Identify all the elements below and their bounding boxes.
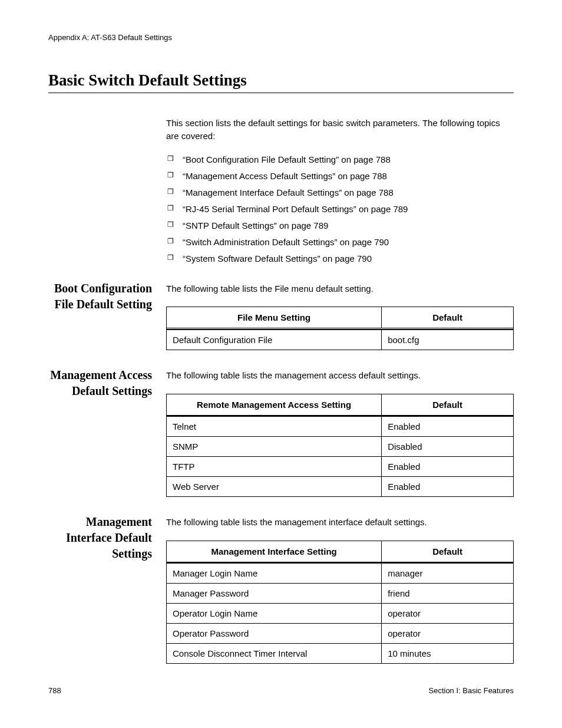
list-item: “Boot Configuration File Default Setting… <box>166 153 514 166</box>
table-row: SNMP Disabled <box>167 437 514 457</box>
section-intro: The following table lists the File menu … <box>166 282 514 295</box>
table-row: Telnet Enabled <box>167 416 514 437</box>
table-header: Default <box>382 307 514 328</box>
list-item: “SNTP Default Settings” on page 789 <box>166 219 514 232</box>
table-cell: Default Configuration File <box>167 330 382 350</box>
list-item: “Management Interface Default Settings” … <box>166 186 514 199</box>
table-cell: boot.cfg <box>382 330 514 350</box>
section-intro: The following table lists the management… <box>166 369 514 382</box>
list-item: “Switch Administration Default Settings”… <box>166 236 514 248</box>
table-header: Remote Management Access Setting <box>167 394 382 415</box>
table-row: Default Configuration File boot.cfg <box>167 330 514 350</box>
page-title: Basic Switch Default Settings <box>48 71 514 93</box>
topic-list: “Boot Configuration File Default Setting… <box>166 153 514 265</box>
table-cell: Manager Password <box>167 584 382 604</box>
section-heading-interface: Management Interface Default Settings <box>48 514 152 562</box>
table-header: Default <box>382 394 514 415</box>
table-cell: TFTP <box>167 457 382 477</box>
section-intro: The following table lists the management… <box>166 516 514 529</box>
table-cell: Enabled <box>382 416 514 437</box>
table-cell: Telnet <box>167 416 382 437</box>
table-cell: manager <box>382 563 514 584</box>
page-footer: 788 Section I: Basic Features <box>48 686 514 695</box>
list-item: “Management Access Default Settings” on … <box>166 170 514 182</box>
table-row: TFTP Enabled <box>167 457 514 477</box>
table-cell: Enabled <box>382 457 514 477</box>
table-cell: operator <box>382 624 514 644</box>
table-cell: Operator Login Name <box>167 604 382 624</box>
section-heading-access: Management Access Default Settings <box>48 367 152 399</box>
table-cell: SNMP <box>167 437 382 457</box>
table-cell: Manager Login Name <box>167 563 382 584</box>
list-item: “RJ-45 Serial Terminal Port Default Sett… <box>166 203 514 215</box>
table-cell: Operator Password <box>167 624 382 644</box>
list-item: “System Software Default Settings” on pa… <box>166 252 514 265</box>
table-cell: Web Server <box>167 477 382 497</box>
interface-section: Management Interface Default Settings Th… <box>166 516 514 664</box>
intro-text: This section lists the default settings … <box>166 117 514 143</box>
interface-table: Management Interface Setting Default Man… <box>166 541 514 664</box>
table-header: File Menu Setting <box>167 307 382 328</box>
table-row: Console Disconnect Timer Interval 10 min… <box>167 644 514 664</box>
table-cell: operator <box>382 604 514 624</box>
boot-section: Boot Configuration File Default Setting … <box>166 282 514 350</box>
table-cell: Enabled <box>382 477 514 497</box>
table-row: Operator Password operator <box>167 624 514 644</box>
page-header: Appendix A: AT-S63 Default Settings <box>48 33 514 42</box>
table-cell: Console Disconnect Timer Interval <box>167 644 382 664</box>
page-number: 788 <box>48 686 61 695</box>
section-heading-boot: Boot Configuration File Default Setting <box>48 281 152 312</box>
table-row: Operator Login Name operator <box>167 604 514 624</box>
table-cell: 10 minutes <box>382 644 514 664</box>
table-header: Management Interface Setting <box>167 541 382 562</box>
access-table: Remote Management Access Setting Default… <box>166 394 514 498</box>
table-header: Default <box>382 541 514 562</box>
table-cell: friend <box>382 584 514 604</box>
boot-table: File Menu Setting Default Default Config… <box>166 307 514 350</box>
table-cell: Disabled <box>382 437 514 457</box>
table-row: Web Server Enabled <box>167 477 514 497</box>
footer-section: Section I: Basic Features <box>428 686 514 695</box>
access-section: Management Access Default Settings The f… <box>166 369 514 497</box>
table-row: Manager Password friend <box>167 584 514 604</box>
table-row: Manager Login Name manager <box>167 563 514 584</box>
